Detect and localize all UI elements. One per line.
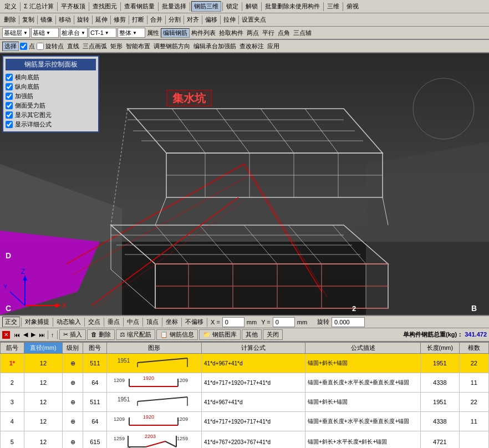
table-row[interactable]: 312⊕511 1951 41*d+967+41*d锚固+斜长+锚固195122 (1, 393, 489, 412)
btn-edit-cap-rebar[interactable]: 编辑承台加强筋 (192, 42, 238, 50)
btn-rotate-point[interactable]: 旋转点 (44, 42, 65, 50)
status-vertex[interactable]: 顶点 (144, 318, 161, 326)
btn-pick-member[interactable]: 拾取构件 (217, 29, 245, 37)
status-midpoint[interactable]: 中点 (125, 318, 141, 326)
status-ortho[interactable]: 正交 (2, 317, 20, 327)
btn-unlock[interactable]: 解锁 (243, 2, 260, 11)
btn-apply[interactable]: 应用 (266, 42, 281, 50)
combo-mode[interactable]: 整体 (118, 28, 145, 38)
btn-edit-rebar[interactable]: 编辑钢筋 (161, 28, 190, 38)
scene-3d: Z X Y C D 2 B 钢筋显示控制面板 横向底筋 纵向底筋 (0, 53, 489, 315)
btn-delete[interactable]: 删除 (2, 16, 18, 24)
btn-line[interactable]: 直线 (65, 42, 81, 50)
btn-batch-delete[interactable]: 批量删除未使用构件 (263, 2, 322, 11)
menu-define[interactable]: 定义 (2, 2, 19, 11)
svg-text:1259: 1259 (114, 436, 125, 441)
separator (20, 2, 21, 11)
btn-break[interactable]: 打断 (130, 16, 146, 24)
col-header-count: 根数 (459, 343, 488, 354)
x-value[interactable]: 0 (222, 317, 244, 327)
nav-last[interactable]: ⏭ (37, 332, 47, 338)
cell-grade: ⊕ (63, 431, 83, 449)
btn-top-view[interactable]: 俯视 (344, 2, 361, 11)
btn-stretch[interactable]: 拉伸 (222, 16, 237, 24)
nav-prev[interactable]: ◀ (22, 331, 29, 338)
btn-nav-delete[interactable]: 🗑 删除 (87, 329, 115, 340)
checkbox-horizontal-rebar[interactable] (6, 74, 13, 81)
separator (120, 2, 121, 11)
y-value[interactable]: 0 (273, 317, 295, 327)
cell-diameter: 12 (24, 373, 62, 393)
btn-merge[interactable]: 合并 (149, 16, 164, 24)
btn-set-grip[interactable]: 设置夹点 (240, 16, 268, 24)
btn-split[interactable]: 分割 (167, 16, 182, 24)
btn-trim[interactable]: 修剪 (112, 16, 128, 24)
btn-select[interactable]: 选择 (2, 42, 19, 51)
status-dynamic[interactable]: 动态输入 (54, 318, 83, 326)
combo-layer[interactable]: 基础层 (2, 28, 30, 38)
btn-extend[interactable]: 延伸 (94, 16, 109, 24)
status-nooffset[interactable]: 不偏移 (183, 318, 206, 326)
btn-member-list[interactable]: 构件列表 (190, 29, 217, 37)
btn-two-point[interactable]: 两点 (245, 29, 261, 37)
btn-rebar-3d[interactable]: 钢筋三维 (191, 1, 221, 12)
table-row[interactable]: 1*12⊕511 1951 41*d+967+41*d锚固+斜长+锚固19512… (1, 354, 489, 373)
separator (84, 318, 85, 327)
btn-point[interactable]: 点 (27, 42, 37, 50)
btn-point-angle[interactable]: 点角 (276, 29, 292, 37)
btn-rebar-library[interactable]: 📁 钢筋图库 (199, 329, 241, 340)
combo-id[interactable]: CT-1 (89, 28, 116, 38)
btn-align[interactable]: 对齐 (185, 16, 201, 24)
btn-find-element[interactable]: 查找图元 (90, 2, 119, 11)
btn-batch-select[interactable]: 批量选择 (160, 2, 189, 11)
table-row[interactable]: 512⊕615 1259 2203 1259 45 41*d+767+2203+… (1, 431, 489, 449)
main-viewport[interactable]: Z X Y C D 2 B 钢筋显示控制面板 横向底筋 纵向底筋 (0, 53, 489, 315)
separator (222, 2, 223, 11)
btn-close[interactable]: 关闭 (263, 329, 283, 340)
table-row[interactable]: 212⊕64 1209 1920 1209 41*d+717+1920+717+… (1, 373, 489, 393)
status-coord[interactable]: 坐标 (164, 318, 180, 326)
btn-rotate[interactable]: 旋转 (75, 16, 91, 24)
checkbox-point[interactable] (20, 43, 27, 50)
btn-adjust-dir[interactable]: 调整钢筋方向 (152, 42, 192, 50)
checkbox-show-formula[interactable] (6, 121, 13, 128)
btn-rebar-info[interactable]: 📋 钢筋信息 (156, 329, 198, 340)
btn-offset[interactable]: 偏移 (203, 16, 219, 24)
btn-check-mark[interactable]: 查改标注 (238, 42, 266, 50)
btn-move[interactable]: 移动 (57, 16, 73, 24)
btn-properties[interactable]: 属性 (145, 29, 161, 37)
btn-copy[interactable]: 复制 (21, 16, 36, 24)
btn-align-top[interactable]: 平齐板顶 (59, 2, 88, 11)
btn-three-point[interactable]: 三点辅 (292, 29, 313, 37)
nav-next[interactable]: ▶ (29, 331, 37, 338)
combo-pile-cap[interactable]: 桩承台 (60, 28, 88, 38)
btn-mirror[interactable]: 镜像 (39, 16, 54, 24)
nav-first[interactable]: ⏮ (12, 332, 22, 338)
checkbox-show-elements[interactable] (6, 111, 13, 119)
btn-insert[interactable]: ✂ 插入 (59, 329, 86, 340)
checkbox-side-rebar[interactable] (6, 102, 13, 109)
btn-rect[interactable]: 矩形 (109, 42, 124, 50)
btn-lock[interactable]: 锁定 (224, 2, 241, 11)
status-snap[interactable]: 对象捕提 (23, 318, 52, 326)
checkbox-rotate[interactable] (37, 43, 44, 50)
btn-view-rebar[interactable]: 查看钢筋量 (122, 2, 157, 11)
checkbox-reinforce[interactable] (6, 93, 13, 100)
close-button[interactable]: ✕ (2, 331, 10, 339)
status-intersect[interactable]: 交点 (86, 318, 103, 326)
btn-3d[interactable]: 三维 (325, 2, 342, 11)
checkbox-vertical-rebar[interactable] (6, 83, 13, 90)
btn-smart-place[interactable]: 智能布置 (124, 42, 152, 50)
btn-parallel[interactable]: 平行 (261, 29, 276, 37)
unit-label-y: mm (295, 319, 309, 325)
btn-scale-rebar[interactable]: ⚖ 缩尺配筋 (116, 329, 155, 340)
btn-other[interactable]: 其他 (242, 329, 262, 340)
btn-summary-calc[interactable]: Σ 汇总计算 (22, 2, 56, 11)
btn-arc[interactable]: 三点画弧 (81, 42, 109, 50)
nav-up[interactable]: ↑ (49, 332, 56, 338)
combo-type[interactable]: 基础 (31, 28, 59, 38)
rotate-value[interactable]: 0.000 (332, 317, 365, 327)
cell-count: 22 (459, 354, 488, 373)
status-perp[interactable]: 垂点 (105, 318, 122, 326)
table-row[interactable]: 412⊕64 1209 1920 1209 41*d+717+1920+717+… (1, 412, 489, 431)
